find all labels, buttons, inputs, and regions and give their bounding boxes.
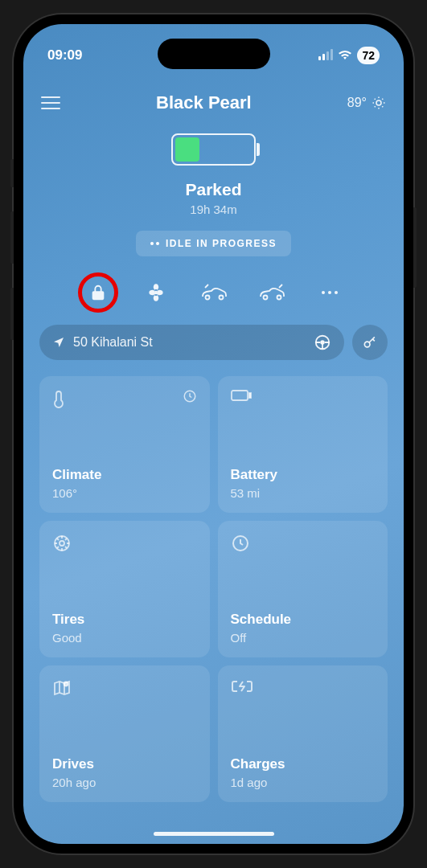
card-title: Schedule xyxy=(231,612,376,628)
tires-card[interactable]: Tires Good xyxy=(39,521,210,657)
lock-button[interactable] xyxy=(82,276,114,309)
fan-icon xyxy=(146,282,166,303)
svg-point-5 xyxy=(322,291,325,294)
svg-point-2 xyxy=(219,296,223,300)
charge-icon xyxy=(231,678,253,694)
frunk-icon xyxy=(200,284,228,301)
app-screen: 09:09 72 Black Pearl 89° xyxy=(23,24,404,844)
key-button[interactable] xyxy=(352,325,388,360)
frunk-button[interactable] xyxy=(198,276,230,309)
trunk-button[interactable] xyxy=(256,276,288,309)
vehicle-state: Parked xyxy=(23,180,404,199)
battery-icon xyxy=(231,389,252,402)
phone-frame: 09:09 72 Black Pearl 89° xyxy=(14,14,413,854)
cards-grid: Climate 106° Battery 53 mi xyxy=(23,360,404,818)
sun-icon xyxy=(372,96,386,110)
card-sub: Off xyxy=(231,631,376,645)
svg-point-10 xyxy=(364,342,370,347)
charges-card[interactable]: Charges 1d ago xyxy=(218,665,388,802)
climate-button[interactable] xyxy=(140,276,172,309)
svg-point-7 xyxy=(335,291,338,294)
parked-duration: 19h 34m xyxy=(23,203,404,216)
home-indicator[interactable] xyxy=(154,832,274,836)
tire-icon xyxy=(52,534,72,553)
more-icon xyxy=(321,290,339,295)
annotation-circle xyxy=(78,272,118,313)
clock-icon xyxy=(231,534,250,553)
battery-card[interactable]: Battery 53 mi xyxy=(218,376,388,513)
header: Black Pearl 89° xyxy=(23,72,404,121)
card-sub: Good xyxy=(52,631,197,645)
status-right: 72 xyxy=(318,47,380,64)
battery-widget[interactable] xyxy=(23,133,404,166)
key-icon xyxy=(362,334,378,350)
climate-card[interactable]: Climate 106° xyxy=(39,376,210,513)
battery-fill xyxy=(175,137,199,162)
vehicle-title: Black Pearl xyxy=(156,92,252,113)
svg-point-9 xyxy=(321,341,324,344)
svg-point-17 xyxy=(64,682,68,686)
card-sub: 20h ago xyxy=(52,776,197,789)
clock-icon xyxy=(183,389,197,403)
map-pin-icon xyxy=(52,678,72,698)
location-arrow-icon xyxy=(52,336,65,349)
card-title: Battery xyxy=(231,467,376,483)
svg-point-6 xyxy=(328,291,331,294)
svg-point-4 xyxy=(277,296,281,300)
thermometer-icon xyxy=(52,389,65,408)
status-battery: 72 xyxy=(357,47,380,64)
more-button[interactable] xyxy=(314,276,346,309)
outside-temp[interactable]: 89° xyxy=(347,96,386,110)
quick-actions xyxy=(23,276,404,309)
address-text: 50 Kihalani St xyxy=(73,335,153,350)
card-sub: 53 mi xyxy=(231,486,376,500)
idle-status-button[interactable]: IDLE IN PROGRESS xyxy=(136,231,291,256)
schedule-card[interactable]: Schedule Off xyxy=(218,521,388,657)
menu-button[interactable] xyxy=(41,96,60,109)
card-title: Charges xyxy=(231,756,376,772)
svg-point-0 xyxy=(376,100,381,105)
card-title: Climate xyxy=(52,467,197,483)
card-title: Tires xyxy=(52,612,197,628)
card-title: Drives xyxy=(52,756,197,772)
trunk-icon xyxy=(258,284,285,301)
svg-point-1 xyxy=(205,296,209,300)
address-pill[interactable]: 50 Kihalani St xyxy=(39,325,344,360)
drives-card[interactable]: Drives 20h ago xyxy=(39,665,210,802)
svg-rect-12 xyxy=(232,391,248,400)
steering-wheel-icon xyxy=(314,334,331,351)
svg-rect-13 xyxy=(249,393,251,398)
wifi-icon xyxy=(338,50,352,61)
address-row: 50 Kihalani St xyxy=(39,325,388,360)
svg-point-15 xyxy=(60,541,64,546)
svg-point-3 xyxy=(263,296,267,300)
cellular-icon xyxy=(318,51,333,60)
card-sub: 1d ago xyxy=(231,776,376,789)
dynamic-island xyxy=(158,39,270,69)
card-sub: 106° xyxy=(52,486,197,500)
status-time: 09:09 xyxy=(47,47,82,63)
